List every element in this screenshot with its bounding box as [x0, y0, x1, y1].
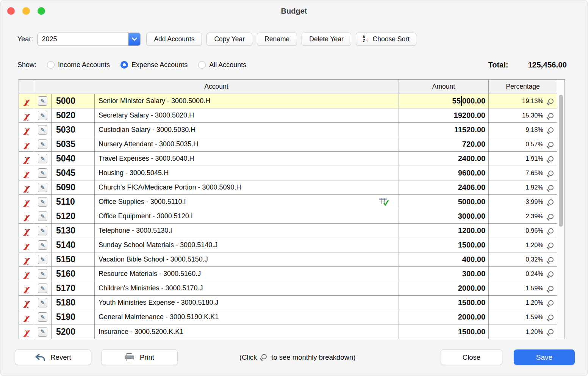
amount-cell[interactable]: 400.00	[399, 252, 489, 266]
edit-account-icon[interactable]: ✎	[38, 284, 47, 293]
close-window-button[interactable]	[7, 7, 15, 15]
delete-account-icon[interactable]: χ	[23, 183, 29, 192]
amount-cell[interactable]: 55000.00	[399, 94, 489, 108]
account-name-cell[interactable]: Custodian Salary - 3000.5030.H	[95, 123, 399, 137]
amount-cell[interactable]: 1500.00	[399, 238, 489, 252]
magnifier-icon[interactable]	[548, 300, 554, 306]
account-name-cell[interactable]: Youth Ministries Expense - 3000.5180.J	[95, 296, 399, 310]
delete-account-icon[interactable]: χ	[23, 313, 29, 321]
print-button[interactable]: Print	[101, 349, 178, 365]
year-select-chevron-button[interactable]	[128, 33, 140, 45]
delete-account-icon[interactable]: χ	[23, 226, 29, 235]
save-button[interactable]: Save	[514, 349, 575, 365]
account-name-cell[interactable]: Resource Materials - 3000.5160.J	[95, 267, 399, 281]
amount-cell[interactable]: 3000.00	[399, 209, 489, 223]
account-number-cell[interactable]: 5180	[52, 296, 95, 310]
magnifier-icon[interactable]	[548, 214, 554, 219]
account-name-cell[interactable]: Church's FICA/Medicare Portion - 3000.50…	[95, 180, 399, 194]
account-number-cell[interactable]: 5120	[52, 209, 95, 223]
delete-account-icon[interactable]: χ	[23, 197, 29, 206]
account-name-cell[interactable]: Office Supplies - 3000.5110.I	[95, 195, 399, 209]
edit-account-icon[interactable]: ✎	[38, 212, 47, 221]
magnifier-icon[interactable]	[548, 199, 554, 205]
amount-cell[interactable]: 1500.00	[399, 296, 489, 310]
edit-account-icon[interactable]: ✎	[38, 139, 47, 149]
delete-account-icon[interactable]: χ	[23, 97, 29, 105]
edit-account-icon[interactable]: ✎	[38, 96, 47, 106]
delete-account-icon[interactable]: χ	[23, 255, 29, 264]
account-number-cell[interactable]: 5160	[52, 267, 95, 281]
account-number-cell[interactable]: 5110	[52, 195, 95, 209]
magnifier-icon[interactable]	[548, 243, 554, 248]
scrollbar-thumb[interactable]	[559, 95, 563, 227]
amount-cell[interactable]: 9600.00	[399, 166, 489, 180]
delete-account-icon[interactable]: χ	[23, 269, 29, 278]
amount-cell[interactable]: 720.00	[399, 137, 489, 151]
magnifier-icon[interactable]	[548, 286, 554, 291]
account-name-cell[interactable]: Sunday School Materials - 3000.5140.J	[95, 238, 399, 252]
delete-account-icon[interactable]: χ	[23, 298, 29, 307]
edit-account-icon[interactable]: ✎	[38, 168, 47, 178]
amount-cell[interactable]: 2400.00	[399, 152, 489, 166]
close-button[interactable]: Close	[441, 349, 502, 365]
edit-account-icon[interactable]: ✎	[38, 269, 47, 279]
magnifier-icon[interactable]	[548, 113, 554, 118]
account-number-cell[interactable]: 5045	[52, 166, 95, 180]
account-number-cell[interactable]: 5200	[52, 324, 95, 339]
edit-account-icon[interactable]: ✎	[38, 125, 47, 135]
magnifier-icon[interactable]	[548, 156, 554, 161]
account-number-cell[interactable]: 5090	[52, 180, 95, 194]
radio-all-accounts[interactable]: All Accounts	[198, 61, 246, 69]
account-number-cell[interactable]: 5035	[52, 137, 95, 151]
amount-cell[interactable]: 2406.00	[399, 180, 489, 194]
account-number-cell[interactable]: 5000	[52, 94, 95, 108]
edit-account-icon[interactable]: ✎	[38, 111, 47, 120]
magnifier-icon[interactable]	[548, 329, 554, 334]
amount-cell[interactable]: 5000.00	[399, 195, 489, 209]
delete-account-icon[interactable]: χ	[23, 284, 29, 293]
delete-year-button[interactable]: Delete Year	[302, 33, 351, 46]
edit-account-icon[interactable]: ✎	[38, 197, 47, 207]
account-number-cell[interactable]: 5130	[52, 224, 95, 238]
account-name-cell[interactable]: General Maintenance - 3000.5190.K.K1	[95, 310, 399, 324]
delete-account-icon[interactable]: χ	[23, 140, 29, 149]
account-name-cell[interactable]: Vacation Bible School - 3000.5150.J	[95, 252, 399, 266]
edit-account-icon[interactable]: ✎	[38, 327, 47, 337]
year-select[interactable]: 2025	[38, 33, 141, 46]
revert-button[interactable]: Revert	[15, 349, 91, 365]
edit-account-icon[interactable]: ✎	[38, 154, 47, 163]
radio-expense-accounts[interactable]: Expense Accounts	[120, 61, 188, 69]
choose-sort-button[interactable]: A Z ↓ Choose Sort	[356, 33, 416, 46]
edit-account-icon[interactable]: ✎	[38, 183, 47, 192]
account-name-cell[interactable]: Travel Expenses - 3000.5040.H	[95, 152, 399, 166]
delete-account-icon[interactable]: χ	[23, 169, 29, 177]
delete-account-icon[interactable]: χ	[23, 241, 29, 249]
amount-cell[interactable]: 2000.00	[399, 310, 489, 324]
magnifier-icon[interactable]	[548, 99, 554, 104]
delete-account-icon[interactable]: χ	[23, 125, 29, 134]
delete-account-icon[interactable]: χ	[23, 111, 29, 120]
amount-cell[interactable]: 2000.00	[399, 281, 489, 295]
magnifier-icon[interactable]	[548, 257, 554, 262]
radio-income-accounts[interactable]: Income Accounts	[47, 61, 110, 69]
account-name-cell[interactable]: Nursery Attendant - 3000.5035.H	[95, 137, 399, 151]
copy-year-button[interactable]: Copy Year	[206, 33, 252, 46]
account-name-cell[interactable]: Housing - 3000.5045.H	[95, 166, 399, 180]
amount-cell[interactable]: 300.00	[399, 267, 489, 281]
edit-account-icon[interactable]: ✎	[38, 226, 47, 235]
add-accounts-button[interactable]: Add Accounts	[146, 33, 202, 46]
account-number-cell[interactable]: 5030	[52, 123, 95, 137]
account-number-cell[interactable]: 5190	[52, 310, 95, 324]
rename-button[interactable]: Rename	[257, 33, 297, 46]
spreadsheet-icon[interactable]	[379, 198, 389, 206]
account-number-cell[interactable]: 5150	[52, 252, 95, 266]
delete-account-icon[interactable]: χ	[23, 154, 29, 163]
account-name-cell[interactable]: Children's Ministries - 3000.5170.J	[95, 281, 399, 295]
minimize-window-button[interactable]	[22, 7, 30, 15]
magnifier-icon[interactable]	[548, 315, 554, 320]
amount-cell[interactable]: 11520.00	[399, 123, 489, 137]
magnifier-icon[interactable]	[548, 228, 554, 233]
account-name-cell[interactable]: Insurance - 3000.5200.K.K1	[95, 324, 399, 339]
edit-account-icon[interactable]: ✎	[38, 298, 47, 307]
account-number-cell[interactable]: 5140	[52, 238, 95, 252]
